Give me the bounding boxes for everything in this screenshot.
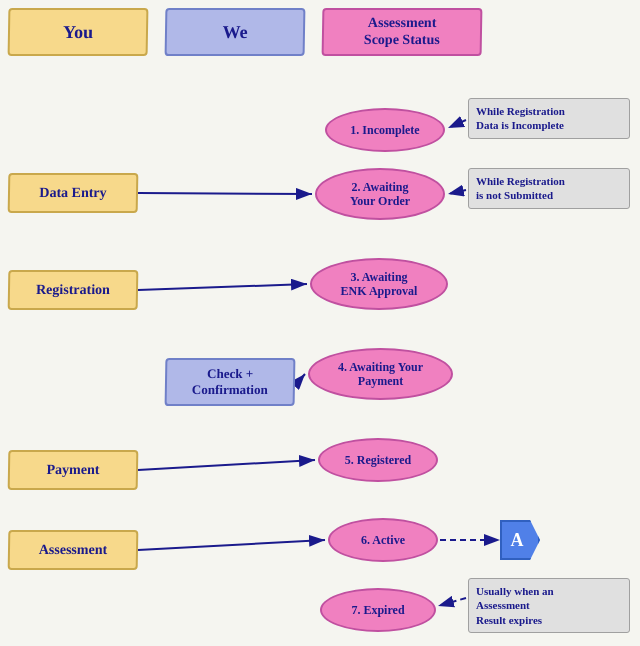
note-1: While RegistrationData is Incomplete [468,98,630,139]
status-2-label: 2. AwaitingYour Order [350,180,410,209]
note-3-text: Usually when anAssessmentResult expires [476,585,554,626]
action-assessment: Assessment [8,530,139,570]
header-we: We [165,8,306,56]
note-2-text: While Registrationis not Submitted [476,175,565,201]
status-4: 4. Awaiting YourPayment [308,348,453,400]
status-3: 3. AwaitingENK Approval [310,258,448,310]
action-data-entry-label: Data Entry [39,185,107,201]
header-scope: AssessmentScope Status [322,8,483,56]
svg-line-4 [298,374,305,382]
a-box-label: A [511,530,524,551]
status-7-label: 7. Expired [351,603,404,617]
header-scope-label: AssessmentScope Status [364,15,440,49]
svg-line-8 [448,190,466,194]
action-registration-label: Registration [36,282,110,298]
action-check-confirmation: Check +Confirmation [165,358,296,406]
action-data-entry: Data Entry [8,173,139,213]
svg-line-10 [438,598,466,606]
header-you: You [8,8,149,56]
header-we-label: We [222,22,247,43]
note-1-text: While RegistrationData is Incomplete [476,105,565,131]
action-assessment-label: Assessment [39,542,108,558]
header-you-label: You [63,22,93,43]
action-payment: Payment [8,450,139,490]
status-7: 7. Expired [320,588,436,632]
status-6: 6. Active [328,518,438,562]
status-5-label: 5. Registered [345,453,411,467]
status-1-label: 1. Incomplete [350,123,419,137]
a-box: A [500,520,540,560]
action-check-confirmation-label: Check +Confirmation [192,366,268,397]
note-3: Usually when anAssessmentResult expires [468,578,630,633]
svg-line-5 [138,460,315,470]
diagram: You We AssessmentScope Status Data Entry… [0,0,640,646]
status-2: 2. AwaitingYour Order [315,168,445,220]
status-1: 1. Incomplete [325,108,445,152]
status-5: 5. Registered [318,438,438,482]
status-3-label: 3. AwaitingENK Approval [341,270,418,299]
note-2: While Registrationis not Submitted [468,168,630,209]
svg-line-2 [138,193,312,194]
action-payment-label: Payment [46,462,99,478]
status-4-label: 4. Awaiting YourPayment [338,360,423,389]
svg-line-3 [138,284,307,290]
status-6-label: 6. Active [361,533,405,547]
svg-line-7 [448,120,466,128]
svg-line-6 [138,540,325,550]
action-registration: Registration [8,270,139,310]
